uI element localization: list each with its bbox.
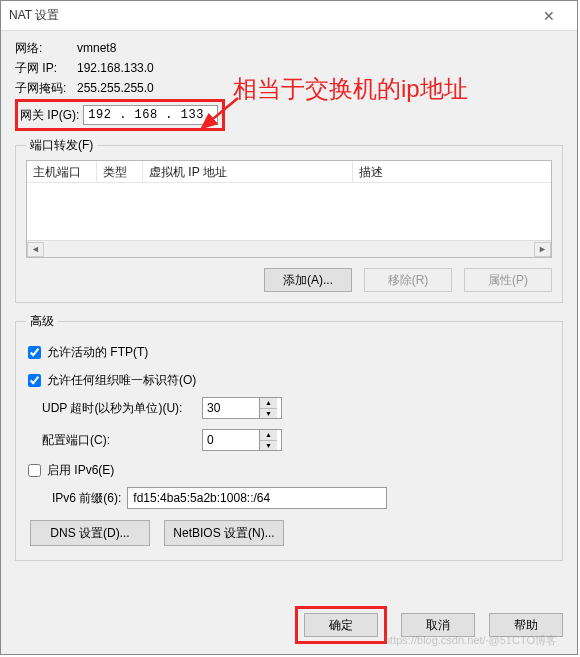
col-host-port[interactable]: 主机端口 [27,161,97,182]
close-icon[interactable]: ✕ [529,2,569,30]
enable-ipv6-row: 启用 IPv6(E) [26,458,552,482]
add-button[interactable]: 添加(A)... [264,268,352,292]
nat-settings-dialog: NAT 设置 ✕ 网络: vmnet8 子网 IP: 192.168.133.0… [0,0,578,655]
cfg-port-spinner[interactable]: ▲ ▼ [202,429,282,451]
network-label: 网络: [15,40,77,57]
spinner-buttons: ▲ ▼ [259,398,277,418]
titlebar: NAT 设置 ✕ [1,1,577,31]
dns-buttons-row: DNS 设置(D)... NetBIOS 设置(N)... [30,520,552,546]
network-row: 网络: vmnet8 [15,39,563,57]
spinner-up-icon[interactable]: ▲ [260,398,277,409]
spinner-buttons: ▲ ▼ [259,430,277,450]
listview-header: 主机端口 类型 虚拟机 IP 地址 描述 [27,161,551,183]
ipv6-prefix-input[interactable] [127,487,387,509]
gateway-highlight-box: 网关 IP(G): [15,99,225,131]
dialog-title: NAT 设置 [9,7,529,24]
cfg-port-label: 配置端口(C): [42,432,202,449]
col-desc[interactable]: 描述 [353,161,551,182]
allow-oui-checkbox[interactable] [28,374,41,387]
subnet-ip-row: 子网 IP: 192.168.133.0 [15,59,563,77]
enable-ipv6-label[interactable]: 启用 IPv6(E) [26,462,114,479]
col-type[interactable]: 类型 [97,161,143,182]
remove-button: 移除(R) [364,268,452,292]
scroll-right-icon[interactable]: ► [534,242,551,257]
enable-ipv6-checkbox[interactable] [28,464,41,477]
udp-timeout-spinner[interactable]: ▲ ▼ [202,397,282,419]
help-button[interactable]: 帮助 [489,613,563,637]
dns-settings-button[interactable]: DNS 设置(D)... [30,520,150,546]
gateway-label: 网关 IP(G): [20,107,79,124]
listview-scrollbar[interactable]: ◄ ► [27,240,551,257]
allow-ftp-checkbox[interactable] [28,346,41,359]
listview-body [27,183,551,241]
udp-timeout-label: UDP 超时(以秒为单位)(U): [42,400,202,417]
advanced-group: 高级 允许活动的 FTP(T) 允许任何组织唯一标识符(O) UDP 超时(以秒… [15,313,563,561]
netbios-settings-button[interactable]: NetBIOS 设置(N)... [164,520,284,546]
allow-ftp-row: 允许活动的 FTP(T) [26,340,552,364]
port-forward-legend: 端口转发(F) [26,137,97,154]
advanced-legend: 高级 [26,313,58,330]
cfg-port-row: 配置端口(C): ▲ ▼ [26,428,552,452]
allow-oui-row: 允许任何组织唯一标识符(O) [26,368,552,392]
port-forward-group: 端口转发(F) 主机端口 类型 虚拟机 IP 地址 描述 ◄ ► 添加(A)..… [15,137,563,303]
properties-button: 属性(P) [464,268,552,292]
spinner-up-icon[interactable]: ▲ [260,430,277,441]
gateway-row: 网关 IP(G): [15,103,563,127]
subnet-mask-value: 255.255.255.0 [77,81,154,95]
udp-timeout-row: UDP 超时(以秒为单位)(U): ▲ ▼ [26,396,552,420]
ok-highlight-box: 确定 [295,606,387,644]
cancel-button[interactable]: 取消 [401,613,475,637]
spinner-down-icon[interactable]: ▼ [260,409,277,419]
allow-ftp-label[interactable]: 允许活动的 FTP(T) [26,344,148,361]
spinner-down-icon[interactable]: ▼ [260,441,277,451]
port-forward-listview[interactable]: 主机端口 类型 虚拟机 IP 地址 描述 ◄ ► [26,160,552,258]
col-vm-ip[interactable]: 虚拟机 IP 地址 [143,161,353,182]
dialog-body: 网络: vmnet8 子网 IP: 192.168.133.0 子网掩码: 25… [1,31,577,579]
port-forward-buttons: 添加(A)... 移除(R) 属性(P) [26,268,552,292]
ipv6-prefix-row: IPv6 前缀(6): [52,486,552,510]
ok-button[interactable]: 确定 [304,613,378,637]
scroll-left-icon[interactable]: ◄ [27,242,44,257]
subnet-mask-row: 子网掩码: 255.255.255.0 [15,79,563,97]
subnet-mask-label: 子网掩码: [15,80,77,97]
cfg-port-input[interactable] [203,430,259,450]
subnet-ip-label: 子网 IP: [15,60,77,77]
subnet-ip-value: 192.168.133.0 [77,61,154,75]
udp-timeout-input[interactable] [203,398,259,418]
dialog-footer: 确定 取消 帮助 [295,606,563,644]
gateway-ip-input[interactable] [83,105,218,125]
allow-oui-label[interactable]: 允许任何组织唯一标识符(O) [26,372,196,389]
ipv6-prefix-label: IPv6 前缀(6): [52,490,121,507]
network-value: vmnet8 [77,41,116,55]
